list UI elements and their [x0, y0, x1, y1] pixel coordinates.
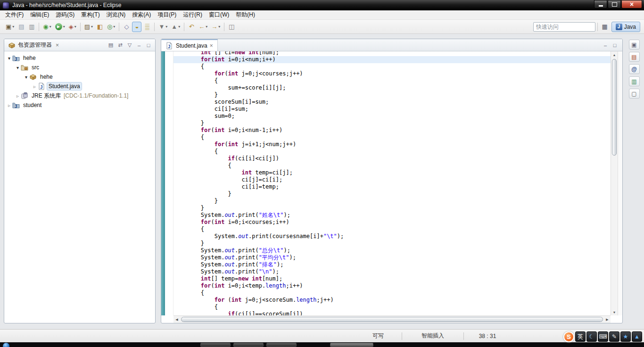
menu-item-10[interactable]: 帮助(H) — [232, 10, 258, 20]
collapse-arrow-icon[interactable]: ▾ — [6, 56, 12, 61]
run-button[interactable]: ▶▾ — [54, 22, 66, 32]
code-line[interactable]: ci[i]=sum; — [173, 106, 611, 113]
new-class-button[interactable]: ◎▾ — [106, 22, 116, 32]
sogou-logo[interactable]: S — [563, 331, 574, 342]
ime-handwriting-icon[interactable]: ✎ — [609, 331, 619, 342]
menu-item-6[interactable]: 搜索(A) — [129, 10, 154, 20]
search-button[interactable]: ◒ — [132, 22, 141, 32]
code-line[interactable]: System.out.print("排名"); — [173, 261, 611, 268]
code-line[interactable]: { — [173, 304, 611, 311]
code-line[interactable]: System.out.print(coursesname[i]+"\t"); — [173, 233, 611, 240]
scroll-right-arrow-icon[interactable]: ▶ — [604, 316, 611, 323]
ime-fullwidth-moon-icon[interactable]: ☾ — [586, 331, 597, 342]
code-line[interactable]: for(int i=0;i<temp.length;i++) — [173, 282, 611, 289]
code-line[interactable]: sum+=score[i][j]; — [173, 84, 611, 91]
code-line[interactable]: { — [173, 134, 611, 141]
code-line[interactable]: } — [173, 91, 611, 99]
code-line[interactable]: sum=0; — [173, 113, 611, 120]
dropdown-arrow-icon[interactable]: ▾ — [50, 25, 51, 29]
menu-item-8[interactable]: 运行(R) — [180, 10, 206, 20]
maximize-window-button[interactable] — [608, 0, 621, 8]
package-explorer-tab[interactable]: 包资源管理器 — [4, 39, 63, 51]
open-perspective-button[interactable]: ▦ — [600, 22, 610, 32]
code-line[interactable]: for(int j=0;j<courses;j++) — [173, 70, 611, 77]
editor-tab-student-java[interactable]: J Student.java — [161, 39, 218, 51]
annotation-ruler[interactable] — [165, 51, 173, 315]
dropdown-arrow-icon[interactable]: ▾ — [91, 25, 93, 29]
quick-access-input[interactable] — [533, 22, 595, 32]
minimize-window-button[interactable] — [594, 0, 607, 8]
scroll-left-arrow-icon[interactable]: ◀ — [173, 316, 180, 323]
code-line[interactable]: { — [173, 148, 611, 155]
tree-item-jre-[interactable]: ▹JRE 系统库[CDC-1.1/Foundation-1.1] — [4, 91, 155, 100]
code-line[interactable]: } — [173, 120, 611, 127]
maximize-editor-button[interactable]: □ — [610, 41, 619, 50]
pin-editor-button[interactable]: ◫ — [227, 22, 236, 32]
dropdown-arrow-icon[interactable]: ▾ — [74, 25, 76, 29]
javadoc-view-icon[interactable]: @ — [629, 64, 640, 74]
expand-arrow-icon[interactable]: ▹ — [32, 84, 38, 89]
close-window-button[interactable] — [621, 0, 642, 8]
taskbar-window-button[interactable] — [233, 343, 264, 347]
menu-item-4[interactable]: 重构(T) — [78, 10, 103, 20]
code-line[interactable]: int [] ci=new int[num]; — [173, 51, 611, 56]
new-package-button[interactable]: ◧ — [95, 22, 105, 32]
code-line[interactable]: for(int j=i+1;j<num;j++) — [173, 141, 611, 148]
external-tools-button[interactable]: ◈▾ — [67, 22, 78, 32]
restore-views-icon[interactable]: ▣ — [629, 40, 640, 50]
code-line[interactable]: { — [173, 77, 611, 84]
code-line[interactable]: ci[i]=temp; — [173, 183, 611, 190]
code-area[interactable]: int [] ci=new int[num]; for(int i=0;i<nu… — [173, 51, 611, 315]
tree-item-student[interactable]: ▹Jstudent — [4, 100, 155, 110]
code-line[interactable]: if(ci[i]==scoreSum[j]) — [173, 311, 611, 315]
code-line[interactable]: scoreSum[i]=sum; — [173, 99, 611, 106]
tree-item-src[interactable]: ▾src — [4, 63, 155, 72]
link-with-editor-button[interactable]: ⇄ — [116, 41, 125, 50]
taskbar-window-button[interactable] — [330, 343, 373, 347]
code-line[interactable]: { — [173, 289, 611, 297]
minimize-view-button[interactable]: – — [134, 41, 144, 50]
tree-item-hehe[interactable]: ▾Jhehe — [4, 53, 155, 63]
collapse-arrow-icon[interactable]: ▾ — [23, 74, 29, 80]
dropdown-arrow-icon[interactable]: ▾ — [63, 25, 65, 29]
tab-close-icon[interactable] — [210, 42, 213, 49]
outline-view-icon[interactable]: ▥ — [629, 76, 640, 86]
horizontal-scrollbar[interactable]: ◀ ▶ — [173, 315, 611, 323]
previous-annotation-button[interactable]: ▲▾ — [170, 22, 182, 32]
code-line[interactable]: System.out.print("总分\t"); — [173, 247, 611, 254]
dropdown-arrow-icon[interactable]: ▾ — [206, 25, 207, 29]
menu-item-5[interactable]: 浏览(N) — [103, 10, 129, 20]
dropdown-arrow-icon[interactable]: ▾ — [178, 25, 180, 29]
task-list-view-icon[interactable]: ▤ — [629, 52, 640, 62]
tree-item-hehe[interactable]: ▾hehe — [4, 72, 155, 82]
next-annotation-button[interactable]: ▼▾ — [157, 22, 169, 32]
debug-button[interactable]: ◉▾ — [41, 22, 52, 32]
menu-item-3[interactable]: 源码(S) — [52, 10, 78, 20]
code-line[interactable]: { — [173, 63, 611, 70]
print-button[interactable]: ▥ — [27, 22, 36, 32]
ime-toolbox-icon[interactable]: ★ — [620, 331, 631, 342]
minimize-editor-button[interactable]: – — [601, 41, 610, 50]
java-perspective-button[interactable]: J Java — [611, 22, 640, 32]
code-line[interactable]: } — [173, 205, 611, 212]
collapse-arrow-icon[interactable]: ▾ — [15, 65, 21, 70]
code-line[interactable]: int[] temp=new int[num]; — [173, 275, 611, 282]
code-line[interactable]: ci[j]=ci[i]; — [173, 176, 611, 183]
code-line[interactable]: System.out.print("\n"); — [173, 268, 611, 275]
templates-view-icon[interactable]: ▢ — [629, 89, 640, 99]
code-line[interactable]: System.out.print("姓名\t"); — [173, 212, 611, 219]
open-type-button[interactable]: ◇ — [122, 22, 131, 32]
mark-occurrences-button[interactable]: ▒ — [142, 22, 152, 32]
code-line[interactable]: System.out.print("平均分\t"); — [173, 254, 611, 261]
forward-button[interactable]: →▾ — [210, 22, 222, 32]
last-edit-location-button[interactable]: ↶ — [187, 22, 196, 32]
scroll-up-arrow-icon[interactable]: ▲ — [611, 51, 618, 58]
ime-language-english[interactable]: 英 — [575, 331, 586, 342]
menu-item-2[interactable]: 编辑(E) — [27, 10, 52, 20]
code-line[interactable]: for(int i=0;i<courses;i++) — [173, 219, 611, 226]
new-java-project-button[interactable]: ▨▾ — [83, 22, 94, 32]
vertical-scroll-thumb[interactable] — [612, 59, 617, 156]
code-line[interactable]: int temp=ci[j]; — [173, 169, 611, 176]
dropdown-arrow-icon[interactable]: ▾ — [165, 25, 167, 29]
menu-item-9[interactable]: 窗口(W) — [206, 10, 232, 20]
